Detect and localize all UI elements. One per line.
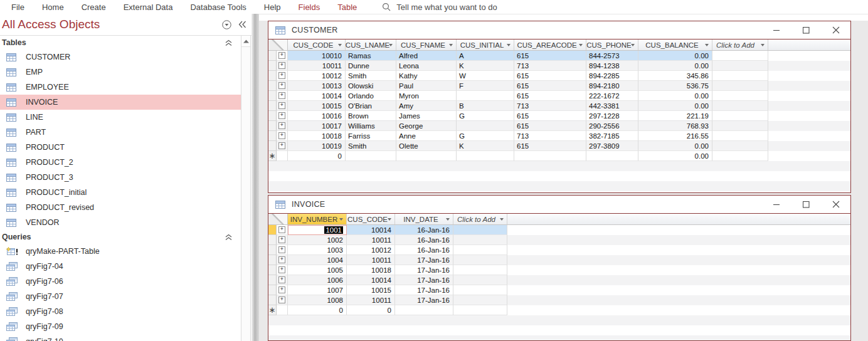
record-selector[interactable]: ∗ xyxy=(268,305,277,315)
menu-tab-home[interactable]: Home xyxy=(33,3,73,12)
cell[interactable]: 10014 xyxy=(347,275,395,285)
cell[interactable] xyxy=(457,151,514,161)
select-all-corner[interactable] xyxy=(268,214,288,224)
nav-item-qrymake-part-table[interactable]: qryMake-PART-Table xyxy=(0,244,241,259)
cell[interactable]: Williams xyxy=(346,121,396,131)
cell[interactable]: 1006 xyxy=(288,275,347,285)
cell[interactable] xyxy=(453,305,507,315)
cell[interactable]: 1002 xyxy=(288,235,347,245)
cell[interactable]: 713 xyxy=(514,61,586,71)
menu-tab-create[interactable]: Create xyxy=(73,3,115,12)
filter-dropdown-icon[interactable] xyxy=(389,44,393,46)
cell[interactable] xyxy=(453,275,507,285)
cell[interactable]: B xyxy=(457,101,514,111)
cell[interactable]: 10012 xyxy=(288,71,346,81)
cell[interactable]: 0 xyxy=(288,151,346,161)
double-chevron-left-icon[interactable] xyxy=(238,21,246,28)
cell[interactable]: 10016 xyxy=(288,111,346,121)
cell[interactable]: 10013 xyxy=(288,81,346,91)
cell[interactable]: George xyxy=(396,121,457,131)
cell[interactable]: Paul xyxy=(396,81,457,91)
nav-item-part[interactable]: PART xyxy=(0,125,241,140)
menu-tab-file[interactable]: File xyxy=(0,3,33,12)
cell[interactable] xyxy=(712,91,768,101)
nav-pane-splitter[interactable] xyxy=(251,14,259,341)
cell[interactable]: 216.55 xyxy=(638,131,712,141)
window-titlebar-invoice[interactable]: INVOICE xyxy=(268,196,850,214)
cell[interactable]: 768.93 xyxy=(638,121,712,131)
record-selector[interactable] xyxy=(268,275,277,285)
cell[interactable]: 17-Jan-16 xyxy=(395,265,453,275)
nav-item-customer[interactable]: CUSTOMER xyxy=(0,50,241,65)
expand-cell[interactable]: + xyxy=(277,111,288,121)
expand-cell[interactable] xyxy=(277,151,288,161)
cell[interactable]: 615 xyxy=(514,141,586,151)
cell[interactable]: 221.19 xyxy=(638,111,712,121)
cell[interactable]: 17-Jan-16 xyxy=(395,255,453,265)
cell[interactable] xyxy=(712,81,768,91)
cell[interactable] xyxy=(514,151,586,161)
cell[interactable] xyxy=(453,225,507,235)
cell[interactable]: James xyxy=(396,111,457,121)
cell[interactable]: 713 xyxy=(514,131,586,141)
cell[interactable]: 10011 xyxy=(288,61,346,71)
cell[interactable]: 10012 xyxy=(347,245,395,255)
cell[interactable]: 16-Jan-16 xyxy=(395,235,453,245)
cell[interactable]: 894-2180 xyxy=(586,81,638,91)
record-selector[interactable] xyxy=(268,101,277,111)
cell[interactable]: Leona xyxy=(396,61,457,71)
cell[interactable]: 10010 xyxy=(288,51,346,61)
filter-dropdown-icon[interactable] xyxy=(446,218,450,221)
filter-dropdown-icon[interactable] xyxy=(500,218,504,221)
cell[interactable]: 615 xyxy=(514,121,586,131)
expand-cell[interactable]: + xyxy=(277,265,288,275)
column-header-cus-initial[interactable]: CUS_INITIAL xyxy=(457,39,514,50)
nav-item-qryfig7-04[interactable]: qryFig7-04 xyxy=(0,259,241,274)
cell[interactable]: 615 xyxy=(514,81,586,91)
cell[interactable]: 10011 xyxy=(347,295,395,305)
cell[interactable]: 894-2285 xyxy=(586,71,638,81)
menu-tab-external-data[interactable]: External Data xyxy=(115,3,182,12)
column-header-click-to-add[interactable]: Click to Add xyxy=(453,214,507,224)
cell[interactable]: 10011 xyxy=(347,235,395,245)
filter-dropdown-icon[interactable] xyxy=(705,44,709,46)
expand-cell[interactable]: + xyxy=(277,255,288,265)
cell[interactable] xyxy=(395,305,453,315)
cell[interactable]: 536.75 xyxy=(638,81,712,91)
nav-item-product[interactable]: PRODUCT xyxy=(0,140,241,155)
cell[interactable]: Kathy xyxy=(396,71,457,81)
nav-item-qryfig7-09[interactable]: qryFig7-09 xyxy=(0,319,241,334)
cell[interactable] xyxy=(457,91,514,101)
cell[interactable]: 0.00 xyxy=(638,51,712,61)
window-close-button[interactable] xyxy=(821,21,850,39)
cell[interactable]: F xyxy=(457,81,514,91)
window-maximize-button[interactable] xyxy=(791,21,821,39)
cell[interactable] xyxy=(712,101,768,111)
window-minimize-button[interactable] xyxy=(762,196,791,213)
expand-cell[interactable] xyxy=(277,305,288,315)
record-selector[interactable] xyxy=(268,285,277,295)
window-minimize-button[interactable] xyxy=(762,21,791,39)
cell[interactable]: Orlando xyxy=(346,91,396,101)
column-header-click-to-add[interactable]: Click to Add xyxy=(712,39,768,50)
nav-scrollbar[interactable] xyxy=(241,36,251,341)
cell[interactable] xyxy=(457,121,514,131)
cell[interactable]: 0.00 xyxy=(638,141,712,151)
cell[interactable] xyxy=(712,111,768,121)
cell[interactable] xyxy=(712,131,768,141)
expand-cell[interactable]: + xyxy=(277,245,288,255)
expand-cell[interactable]: + xyxy=(277,141,288,151)
filter-dropdown-icon[interactable] xyxy=(761,44,765,46)
cell[interactable]: 10017 xyxy=(288,121,346,131)
record-selector[interactable] xyxy=(268,111,277,121)
record-selector[interactable] xyxy=(268,131,277,141)
cell[interactable]: G xyxy=(457,131,514,141)
record-selector[interactable] xyxy=(268,245,277,255)
cell[interactable]: G xyxy=(457,111,514,121)
record-selector[interactable] xyxy=(268,141,277,151)
record-selector[interactable] xyxy=(268,295,277,305)
expand-cell[interactable]: + xyxy=(277,81,288,91)
cell[interactable]: 10019 xyxy=(288,141,346,151)
cell[interactable]: K xyxy=(457,141,514,151)
expand-cell[interactable]: + xyxy=(277,121,288,131)
